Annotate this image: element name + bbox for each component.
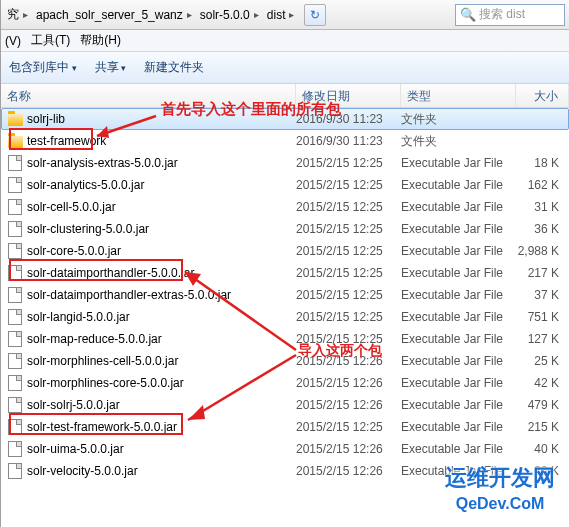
file-name: solr-velocity-5.0.0.jar [27,464,296,478]
column-headers: 名称 修改日期 类型 大小 [1,84,569,108]
file-size: 479 K [516,398,569,412]
file-size: 40 K [516,442,569,456]
file-date: 2015/2/15 12:25 [296,266,401,280]
address-bar: 究▸ apach_solr_server_5_wanz▸ solr-5.0.0▸… [1,0,569,30]
breadcrumb-item[interactable]: 究▸ [5,4,34,26]
file-row[interactable]: solr-morphlines-core-5.0.0.jar2015/2/15 … [1,372,569,394]
file-size: 25 K [516,354,569,368]
file-date: 2015/2/15 12:25 [296,420,401,434]
menu-help[interactable]: 帮助(H) [80,32,121,49]
file-name: solr-analytics-5.0.0.jar [27,178,296,192]
file-size: 37 K [516,288,569,302]
file-type: Executable Jar File [401,156,516,170]
file-date: 2015/2/15 12:25 [296,200,401,214]
col-type[interactable]: 类型 [401,84,516,107]
chevron-right-icon[interactable]: ▸ [285,9,298,20]
file-date: 2015/2/15 12:25 [296,222,401,236]
file-name: solr-dataimporthandler-5.0.0.jar [27,266,296,280]
chevron-right-icon[interactable]: ▸ [19,9,32,20]
file-size: 42 K [516,376,569,390]
file-date: 2015/2/15 12:26 [296,464,401,478]
file-row[interactable]: solr-clustering-5.0.0.jar2015/2/15 12:25… [1,218,569,240]
jar-file-icon [7,265,23,281]
file-type: 文件夹 [401,111,516,128]
breadcrumb-item[interactable]: solr-5.0.0▸ [198,4,265,26]
jar-file-icon [7,177,23,193]
jar-file-icon [7,199,23,215]
file-row[interactable]: solr-core-5.0.0.jar2015/2/15 12:25Execut… [1,240,569,262]
file-row[interactable]: solr-velocity-5.0.0.jar2015/2/15 12:26Ex… [1,460,569,482]
file-row[interactable]: test-framework2016/9/30 11:23文件夹 [1,130,569,152]
jar-file-icon [7,353,23,369]
file-name: solr-uima-5.0.0.jar [27,442,296,456]
file-type: Executable Jar File [401,200,516,214]
file-row[interactable]: solr-dataimporthandler-extras-5.0.0.jar2… [1,284,569,306]
file-type: Executable Jar File [401,442,516,456]
file-date: 2015/2/15 12:26 [296,376,401,390]
include-in-library-button[interactable]: 包含到库中 [9,59,77,76]
file-row[interactable]: solr-cell-5.0.0.jar2015/2/15 12:25Execut… [1,196,569,218]
file-date: 2015/2/15 12:25 [296,156,401,170]
breadcrumb-item[interactable]: apach_solr_server_5_wanz▸ [34,4,198,26]
file-row[interactable]: solr-solrj-5.0.0.jar2015/2/15 12:26Execu… [1,394,569,416]
file-size: 127 K [516,332,569,346]
jar-file-icon [7,375,23,391]
file-type: Executable Jar File [401,420,516,434]
file-type: Executable Jar File [401,244,516,258]
file-row[interactable]: solr-langid-5.0.0.jar2015/2/15 12:25Exec… [1,306,569,328]
file-row[interactable]: solr-uima-5.0.0.jar2015/2/15 12:26Execut… [1,438,569,460]
new-folder-button[interactable]: 新建文件夹 [144,59,204,76]
file-row[interactable]: solr-morphlines-cell-5.0.0.jar2015/2/15 … [1,350,569,372]
col-date[interactable]: 修改日期 [296,84,401,107]
jar-file-icon [7,309,23,325]
breadcrumb-item[interactable]: dist▸ [265,4,301,26]
file-name: solr-cell-5.0.0.jar [27,200,296,214]
file-date: 2015/2/15 12:25 [296,178,401,192]
jar-file-icon [7,243,23,259]
folder-icon [7,111,23,127]
file-date: 2015/2/15 12:25 [296,332,401,346]
file-name: solr-test-framework-5.0.0.jar [27,420,296,434]
jar-file-icon [7,287,23,303]
jar-file-icon [7,155,23,171]
search-input[interactable]: 🔍 搜索 dist [455,4,565,26]
file-type: Executable Jar File [401,222,516,236]
file-type: Executable Jar File [401,464,516,478]
file-name: solr-solrj-5.0.0.jar [27,398,296,412]
file-size: 751 K [516,310,569,324]
folder-icon [7,133,23,149]
file-name: solr-map-reduce-5.0.0.jar [27,332,296,346]
file-name: solr-core-5.0.0.jar [27,244,296,258]
col-size[interactable]: 大小 [516,84,569,107]
file-size: 215 K [516,420,569,434]
file-name: solrj-lib [27,112,296,126]
file-date: 2016/9/30 11:23 [296,134,401,148]
menu-view[interactable]: (V) [5,34,21,48]
file-size: 18 K [516,156,569,170]
search-icon: 🔍 [460,7,476,22]
file-list: solrj-lib2016/9/30 11:23文件夹test-framewor… [1,108,569,482]
file-row[interactable]: solr-analysis-extras-5.0.0.jar2015/2/15 … [1,152,569,174]
file-date: 2015/2/15 12:25 [296,288,401,302]
chevron-right-icon[interactable]: ▸ [250,9,263,20]
jar-file-icon [7,441,23,457]
refresh-button[interactable]: ↻ [304,4,326,26]
file-type: 文件夹 [401,133,516,150]
file-type: Executable Jar File [401,266,516,280]
file-size: 162 K [516,178,569,192]
col-name[interactable]: 名称 [1,84,296,107]
file-row[interactable]: solr-map-reduce-5.0.0.jar2015/2/15 12:25… [1,328,569,350]
file-row[interactable]: solr-test-framework-5.0.0.jar2015/2/15 1… [1,416,569,438]
chevron-right-icon[interactable]: ▸ [183,9,196,20]
file-type: Executable Jar File [401,310,516,324]
toolbar: 包含到库中 共享 新建文件夹 [1,52,569,84]
menu-tools[interactable]: 工具(T) [31,32,70,49]
file-date: 2015/2/15 12:26 [296,354,401,368]
file-row[interactable]: solr-dataimporthandler-5.0.0.jar2015/2/1… [1,262,569,284]
file-type: Executable Jar File [401,288,516,302]
file-row[interactable]: solrj-lib2016/9/30 11:23文件夹 [1,108,569,130]
file-row[interactable]: solr-analytics-5.0.0.jar2015/2/15 12:25E… [1,174,569,196]
file-name: solr-morphlines-core-5.0.0.jar [27,376,296,390]
file-name: solr-morphlines-cell-5.0.0.jar [27,354,296,368]
share-button[interactable]: 共享 [95,59,127,76]
